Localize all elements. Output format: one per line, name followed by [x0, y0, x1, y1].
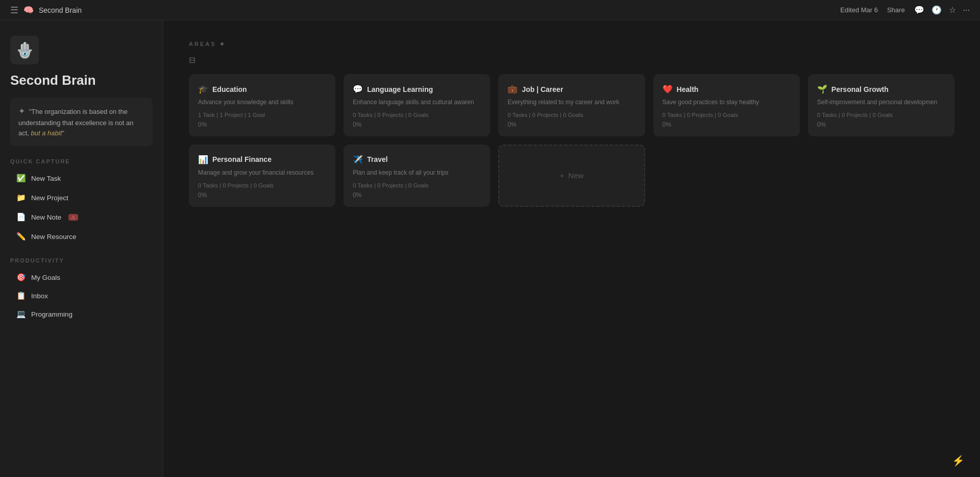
finance-description: Manage and grow your financial resources — [198, 169, 326, 177]
education-title: Education — [212, 85, 247, 93]
card-header-travel: ✈️ Travel — [353, 155, 481, 164]
main-content: AREAS ⊟ 🎓 Education Advance your knowled… — [163, 20, 980, 477]
new-project-button[interactable]: 📁 New Project — [10, 189, 153, 206]
productivity-label: PRODUCTIVITY — [10, 257, 153, 264]
warning-badge: ⚠ — [68, 214, 78, 221]
star-icon[interactable]: ☆ — [949, 5, 956, 15]
health-stats: 0 Tasks | 0 Projects | 0 Goals — [663, 112, 791, 118]
growth-progress: 0% — [817, 121, 945, 128]
menu-icon[interactable]: ☰ — [10, 5, 18, 16]
finance-progress: 0% — [198, 192, 326, 199]
growth-description: Self-improvement and personal developmen — [817, 98, 945, 107]
card-header-health: ❤️ Health — [663, 84, 791, 94]
education-progress: 0% — [198, 121, 326, 128]
language-description: Enhance language skills and cultural awa… — [353, 98, 481, 107]
education-description: Advance your knowledge and skills — [198, 98, 326, 107]
card-education[interactable]: 🎓 Education Advance your knowledge and s… — [189, 74, 335, 136]
new-card-button[interactable]: + New — [498, 145, 645, 207]
job-progress: 0% — [507, 121, 635, 128]
new-resource-button[interactable]: ✏️ New Resource — [10, 228, 153, 245]
job-icon: 💼 — [507, 84, 518, 94]
topbar-icons: 💬 🕐 ☆ ··· — [914, 5, 970, 15]
card-header-job: 💼 Job | Career — [507, 84, 635, 94]
more-icon[interactable]: ··· — [963, 6, 970, 15]
new-card-plus-icon: + — [560, 171, 565, 180]
goals-icon: 🎯 — [16, 273, 26, 282]
quick-capture-section: QUICK CAPTURE ✅ New Task 📁 New Project 📄… — [10, 158, 153, 245]
travel-progress: 0% — [353, 192, 481, 199]
cards-grid: 🎓 Education Advance your knowledge and s… — [189, 74, 954, 207]
programming-icon: 💻 — [16, 309, 26, 319]
my-goals-label: My Goals — [31, 274, 60, 281]
productivity-section: PRODUCTIVITY 🎯 My Goals 📋 Inbox 💻 Progra… — [10, 257, 153, 323]
filter-icon[interactable]: ⊟ — [189, 55, 954, 65]
programming-label: Programming — [31, 311, 72, 318]
clock-icon[interactable]: 🕐 — [932, 5, 942, 15]
areas-label: AREAS — [189, 41, 954, 47]
health-title: Health — [677, 85, 699, 93]
card-job-career[interactable]: 💼 Job | Career Everything related to my … — [498, 74, 645, 136]
page-icon: 🧠 — [23, 5, 34, 15]
growth-title: Personal Growth — [831, 85, 889, 93]
new-resource-label: New Resource — [31, 233, 77, 241]
card-personal-finance[interactable]: 📊 Personal Finance Manage and grow your … — [189, 145, 335, 207]
travel-stats: 0 Tasks | 0 Projects | 0 Goals — [353, 182, 481, 188]
avatar: 🪬 — [10, 36, 39, 64]
card-header-growth: 🌱 Personal Growth — [817, 84, 945, 94]
card-header-finance: 📊 Personal Finance — [198, 155, 326, 164]
sidebar: 🪬 Second Brain ✦ "The organization is ba… — [0, 20, 163, 477]
travel-icon: ✈️ — [353, 155, 363, 164]
card-header-language: 💬 Language Learning — [353, 84, 481, 94]
card-health[interactable]: ❤️ Health Save good practices to stay he… — [653, 74, 800, 136]
topbar-title: Second Brain — [39, 6, 82, 14]
new-task-button[interactable]: ✅ New Task — [10, 170, 153, 187]
travel-title: Travel — [367, 155, 387, 163]
language-progress: 0% — [353, 121, 481, 128]
growth-stats: 0 Tasks | 0 Projects | 0 Goals — [817, 112, 945, 118]
job-stats: 0 Tasks | 0 Projects | 0 Goals — [507, 112, 635, 118]
finance-icon: 📊 — [198, 155, 208, 164]
health-description: Save good practices to stay healthy — [663, 98, 791, 107]
new-task-label: New Task — [31, 175, 61, 182]
health-progress: 0% — [663, 121, 791, 128]
page-title: Second Brain — [10, 73, 153, 88]
card-travel[interactable]: ✈️ Travel Plan and keep track of all you… — [344, 145, 490, 207]
ai-icon: ✦ — [18, 107, 25, 115]
health-icon: ❤️ — [663, 84, 673, 94]
comment-icon[interactable]: 💬 — [914, 5, 924, 15]
sidebar-item-programming[interactable]: 💻 Programming — [10, 305, 153, 323]
edited-label: Edited Mar 6 — [840, 6, 878, 14]
finance-stats: 0 Tasks | 0 Projects | 0 Goals — [198, 182, 326, 188]
quote-block: ✦ "The organization is based on the unde… — [10, 98, 153, 146]
new-note-button[interactable]: 📄 New Note ⚠ — [10, 208, 153, 226]
share-button[interactable]: Share — [887, 6, 905, 14]
language-icon: 💬 — [353, 84, 363, 94]
sidebar-item-inbox[interactable]: 📋 Inbox — [10, 287, 153, 304]
topbar-right: Edited Mar 6 Share 💬 🕐 ☆ ··· — [840, 5, 970, 15]
growth-icon: 🌱 — [817, 84, 827, 94]
card-language-learning[interactable]: 💬 Language Learning Enhance language ski… — [344, 74, 490, 136]
new-project-label: New Project — [31, 194, 68, 202]
language-stats: 0 Tasks | 0 Projects | 0 Goals — [353, 112, 481, 118]
job-description: Everything related to my career and work — [507, 98, 635, 107]
layout: 🪬 Second Brain ✦ "The organization is ba… — [0, 20, 980, 477]
finance-title: Personal Finance — [212, 155, 272, 163]
inbox-label: Inbox — [31, 292, 48, 300]
project-icon: 📁 — [16, 193, 26, 202]
bottom-action-button[interactable]: ⚡ — [952, 455, 965, 467]
quote-text-after: " — [62, 129, 64, 137]
card-personal-growth[interactable]: 🌱 Personal Growth Self-improvement and p… — [808, 74, 954, 136]
education-icon: 🎓 — [198, 84, 208, 94]
education-stats: 1 Task | 1 Project | 1 Goal — [198, 112, 326, 118]
card-header-education: 🎓 Education — [198, 84, 326, 94]
inbox-icon: 📋 — [16, 291, 26, 300]
resource-icon: ✏️ — [16, 232, 26, 241]
task-icon: ✅ — [16, 174, 26, 183]
quick-capture-label: QUICK CAPTURE — [10, 158, 153, 164]
new-note-label: New Note — [31, 213, 61, 221]
topbar-left: ☰ 🧠 Second Brain — [10, 5, 82, 16]
job-title: Job | Career — [522, 85, 563, 93]
note-icon: 📄 — [16, 212, 26, 222]
sidebar-item-my-goals[interactable]: 🎯 My Goals — [10, 269, 153, 286]
topbar: ☰ 🧠 Second Brain Edited Mar 6 Share 💬 🕐 … — [0, 0, 980, 20]
